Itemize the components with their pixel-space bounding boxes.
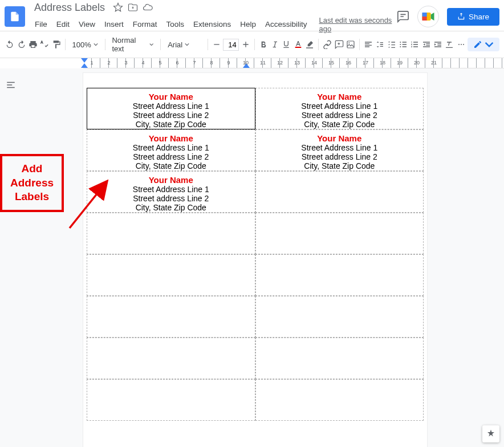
label-city: City, State Zip Code (91, 120, 251, 129)
svg-rect-14 (7, 87, 15, 88)
label-city: City, State Zip Code (91, 161, 251, 170)
label-addr2: Street address Line 2 (259, 111, 420, 120)
label-cell[interactable]: Your NameStreet Address Line 1Street add… (87, 129, 255, 171)
label-city: City, State Zip Code (91, 203, 251, 212)
font-family-select[interactable]: Arial (164, 38, 204, 51)
svg-rect-1 (422, 13, 426, 17)
paint-format-button[interactable] (51, 37, 61, 52)
redo-button[interactable] (16, 37, 26, 52)
outline-toggle-icon[interactable] (6, 80, 16, 90)
last-edit-link[interactable]: Last edit was seconds ago (319, 16, 397, 33)
label-addr1: Street Address Line 1 (91, 101, 251, 111)
text-color-button[interactable] (293, 37, 303, 52)
insert-image-button[interactable] (346, 37, 356, 52)
horizontal-ruler[interactable]: 123456789101112131415161718192021 (83, 58, 504, 68)
label-cell[interactable]: Your NameStreet Address Line 1Street add… (255, 88, 424, 129)
label-cell[interactable]: Your NameStreet Address Line 1Street add… (87, 88, 255, 129)
editing-mode-button[interactable] (468, 38, 499, 51)
decrease-indent-button[interactable] (421, 37, 432, 52)
menu-format[interactable]: Format (129, 18, 161, 31)
menu-edit[interactable]: Edit (52, 18, 74, 31)
font-size-input[interactable]: 14 (223, 39, 239, 51)
label-cell[interactable] (255, 296, 424, 338)
label-name: Your Name (91, 175, 251, 185)
highlight-color-button[interactable] (304, 37, 315, 52)
align-button[interactable] (363, 37, 373, 52)
label-cell[interactable] (255, 213, 424, 254)
svg-rect-3 (295, 47, 301, 48)
svg-point-6 (400, 42, 401, 43)
annotation-callout: Add Address Labels (0, 154, 64, 212)
insert-comment-button[interactable] (334, 37, 344, 52)
label-name: Your Name (91, 92, 251, 101)
star-icon[interactable] (113, 2, 123, 13)
share-label: Share (469, 13, 489, 21)
label-cell[interactable]: Your NameStreet Address Line 1Street add… (87, 171, 255, 213)
label-cell[interactable] (87, 338, 255, 379)
spellcheck-button[interactable] (39, 37, 50, 52)
label-name: Your Name (259, 92, 420, 101)
label-cell[interactable] (87, 379, 255, 421)
numbered-list-button[interactable] (409, 37, 420, 52)
font-size-increase-button[interactable] (240, 37, 250, 52)
label-cell[interactable] (87, 213, 255, 254)
label-cell[interactable]: Your NameStreet Address Line 1Street add… (255, 129, 424, 171)
label-city: City, State Zip Code (259, 120, 420, 129)
more-button[interactable] (456, 37, 466, 52)
menu-accessibility[interactable]: Accessibility (261, 18, 311, 31)
undo-button[interactable] (5, 37, 15, 52)
line-spacing-button[interactable] (375, 37, 385, 52)
menu-insert[interactable]: Insert (100, 18, 128, 31)
svg-point-10 (461, 44, 462, 45)
label-name: Your Name (259, 133, 420, 143)
cloud-status-icon[interactable] (143, 2, 153, 13)
label-addr1: Street Address Line 1 (259, 101, 420, 111)
label-addr2: Street address Line 2 (259, 152, 420, 161)
paragraph-style-select[interactable]: Normal text (108, 34, 157, 55)
bold-button[interactable] (258, 37, 269, 52)
svg-point-7 (400, 44, 401, 45)
label-name: Your Name (91, 133, 251, 143)
font-size-decrease-button[interactable] (212, 37, 222, 52)
menu-bar: File Edit View Insert Format Tools Exten… (31, 16, 397, 33)
document-page[interactable]: Your NameStreet Address Line 1Street add… (83, 73, 427, 447)
svg-rect-13 (7, 84, 12, 86)
menu-file[interactable]: File (31, 18, 51, 31)
clear-formatting-button[interactable] (444, 37, 454, 52)
bulleted-list-button[interactable] (398, 37, 408, 52)
label-addr1: Street Address Line 1 (259, 143, 420, 152)
label-city: City, State Zip Code (259, 161, 420, 170)
label-cell[interactable] (255, 254, 424, 296)
label-cell[interactable] (255, 338, 424, 379)
increase-indent-button[interactable] (433, 37, 443, 52)
menu-view[interactable]: View (75, 18, 99, 31)
label-cell[interactable] (255, 379, 424, 421)
label-addr1: Street Address Line 1 (91, 143, 251, 152)
meet-icon[interactable] (417, 6, 439, 27)
document-title[interactable]: Address Labels (31, 1, 108, 15)
move-icon[interactable] (128, 2, 138, 13)
label-addr2: Street address Line 2 (91, 111, 251, 120)
explore-button[interactable] (482, 425, 499, 442)
menu-help[interactable]: Help (236, 18, 260, 31)
checklist-button[interactable] (387, 37, 397, 52)
label-cell[interactable] (87, 254, 255, 296)
svg-point-5 (348, 42, 349, 43)
share-button[interactable]: Share (447, 8, 499, 26)
menu-extensions[interactable]: Extensions (189, 18, 235, 31)
print-button[interactable] (28, 37, 38, 52)
svg-rect-12 (7, 82, 15, 83)
svg-rect-2 (422, 17, 426, 21)
zoom-select[interactable]: 100% (69, 38, 101, 51)
svg-rect-4 (347, 41, 354, 48)
comments-icon[interactable] (397, 10, 409, 23)
label-cell[interactable] (255, 171, 424, 213)
menu-tools[interactable]: Tools (162, 18, 189, 31)
label-cell[interactable] (87, 296, 255, 338)
docs-home-link[interactable] (5, 6, 25, 27)
label-addr1: Street Address Line 1 (91, 185, 251, 194)
italic-button[interactable] (270, 37, 280, 52)
svg-point-11 (463, 44, 464, 45)
underline-button[interactable] (281, 37, 291, 52)
insert-link-button[interactable] (322, 37, 332, 52)
